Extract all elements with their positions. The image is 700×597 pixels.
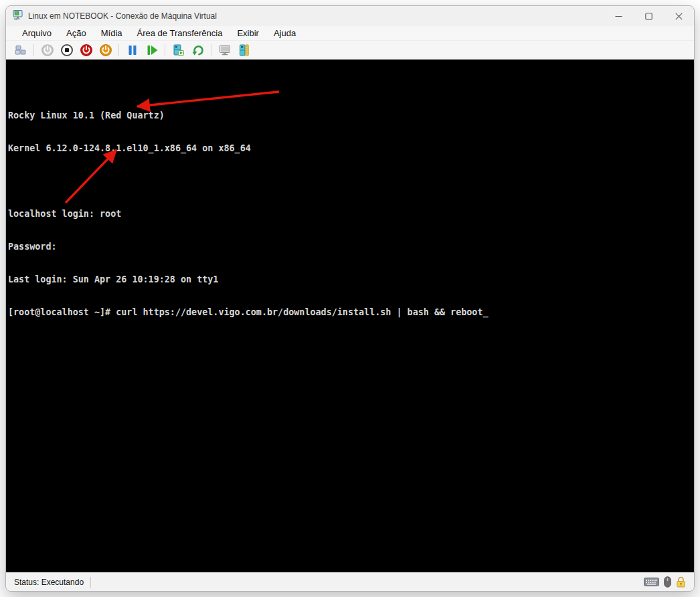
terminal-prompt-line: [root@localhost ~]# curl https://devel.v… bbox=[8, 307, 694, 318]
window-title: Linux em NOTEBOOK - Conexão de Máquina V… bbox=[28, 11, 217, 21]
toolbar-separator bbox=[118, 44, 119, 56]
lock-icon bbox=[676, 576, 686, 588]
menu-arquivo[interactable]: Arquivo bbox=[15, 27, 59, 39]
turn-off-button[interactable] bbox=[58, 42, 75, 58]
toolbar bbox=[6, 41, 694, 60]
ctrl-alt-del-button[interactable] bbox=[12, 42, 29, 58]
shut-down-icon bbox=[79, 43, 94, 58]
titlebar[interactable]: Linux em NOTEBOOK - Conexão de Máquina V… bbox=[6, 6, 694, 26]
keyboard-icon bbox=[644, 578, 659, 586]
revert-button[interactable] bbox=[189, 42, 206, 58]
enhanced-session-button[interactable] bbox=[216, 42, 233, 58]
terminal-line: Last login: Sun Apr 26 10:19:28 on tty1 bbox=[8, 274, 694, 285]
terminal[interactable]: Rocky Linux 10.1 (Red Quartz) Kernel 6.1… bbox=[6, 60, 694, 572]
close-button[interactable] bbox=[664, 6, 694, 26]
checkpoint-button[interactable] bbox=[170, 42, 187, 58]
checkpoint-icon bbox=[171, 43, 186, 58]
share-button[interactable] bbox=[236, 42, 252, 58]
share-icon bbox=[237, 43, 252, 58]
minimize-icon bbox=[615, 13, 622, 20]
reset-icon bbox=[145, 43, 159, 58]
ctrl-alt-del-icon bbox=[13, 43, 28, 58]
terminal-line: Rocky Linux 10.1 (Red Quartz) bbox=[8, 110, 694, 121]
menu-area-de-transferencia[interactable]: Área de Transferência bbox=[130, 27, 230, 39]
save-icon bbox=[98, 43, 113, 58]
maximize-icon bbox=[645, 13, 652, 20]
terminal-output: Rocky Linux 10.1 (Red Quartz) Kernel 6.1… bbox=[8, 89, 694, 340]
toolbar-separator bbox=[33, 44, 34, 56]
vm-connect-window: Linux em NOTEBOOK - Conexão de Máquina V… bbox=[5, 5, 695, 592]
start-icon bbox=[40, 43, 55, 58]
menubar: Arquivo Ação Mídia Área de Transferência… bbox=[6, 26, 694, 41]
status-label: Status: Executando bbox=[14, 578, 84, 587]
toolbar-separator bbox=[211, 44, 211, 56]
menu-exibir[interactable]: Exibir bbox=[230, 27, 266, 39]
terminal-line: Kernel 6.12.0-124.8.1.el10_1.x86_64 on x… bbox=[8, 143, 694, 154]
shut-down-button[interactable] bbox=[78, 42, 94, 58]
menu-midia[interactable]: Mídia bbox=[94, 27, 130, 39]
menu-acao[interactable]: Ação bbox=[59, 27, 94, 39]
terminal-line bbox=[8, 176, 694, 187]
minimize-button[interactable] bbox=[604, 6, 634, 26]
statusbar-separator bbox=[90, 577, 91, 588]
vm-app-icon bbox=[13, 9, 23, 23]
save-button[interactable] bbox=[97, 42, 114, 58]
pause-button[interactable] bbox=[124, 42, 141, 58]
toolbar-separator bbox=[165, 44, 165, 56]
statusbar: Status: Executando bbox=[6, 572, 694, 591]
enhanced-session-icon bbox=[217, 43, 232, 58]
terminal-line: Password: bbox=[8, 242, 694, 252]
pause-icon bbox=[125, 43, 140, 58]
menu-ajuda[interactable]: Ajuda bbox=[266, 27, 303, 39]
close-icon bbox=[675, 13, 683, 20]
turn-off-icon bbox=[60, 43, 74, 58]
mouse-icon bbox=[664, 576, 671, 588]
terminal-line: localhost login: root bbox=[8, 209, 694, 220]
start-button[interactable] bbox=[39, 42, 56, 58]
revert-icon bbox=[191, 43, 205, 58]
statusbar-indicators bbox=[644, 576, 686, 588]
maximize-button[interactable] bbox=[634, 6, 664, 26]
reset-button[interactable] bbox=[143, 42, 160, 58]
